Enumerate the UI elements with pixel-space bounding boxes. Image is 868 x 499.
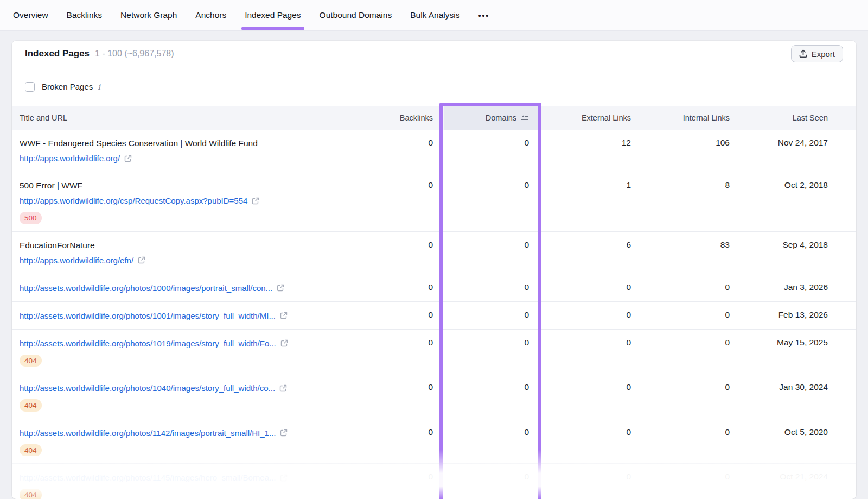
title-url-cell: http://assets.worldwildlife.org/photos/1… xyxy=(12,330,375,374)
domains-value: 0 xyxy=(444,464,538,499)
column-header-domains[interactable]: Domains xyxy=(444,106,538,130)
column-header-domains-label: Domains xyxy=(486,113,516,122)
domains-value: 0 xyxy=(444,302,538,329)
external-links-value: 0 xyxy=(538,374,642,419)
title-url-cell: http://assets.worldwildlife.org/photos/1… xyxy=(12,302,375,329)
external-links-value: 0 xyxy=(538,274,642,301)
internal-links-value: 0 xyxy=(642,464,741,499)
column-header-internal-links[interactable]: Internal Links xyxy=(642,106,741,130)
result-url-link[interactable]: http://assets.worldwildlife.org/photos/1… xyxy=(20,471,276,484)
status-code-badge: 404 xyxy=(20,399,42,412)
last-seen-value: Sep 4, 2018 xyxy=(741,232,856,274)
result-url-link[interactable]: http://assets.worldwildlife.org/photos/1… xyxy=(20,337,276,350)
title-url-cell: WWF - Endangered Species Conservation | … xyxy=(12,130,375,172)
result-url-link[interactable]: http://apps.worldwildlife.org/ xyxy=(20,152,120,165)
table-row: WWF - Endangered Species Conservation | … xyxy=(12,130,856,172)
internal-links-value: 8 xyxy=(642,172,741,231)
tab-indexed-pages[interactable]: Indexed Pages xyxy=(245,0,301,30)
backlinks-value: 0 xyxy=(375,130,444,172)
last-seen-value: Feb 13, 2026 xyxy=(741,302,856,329)
external-link-icon[interactable] xyxy=(280,312,288,319)
column-header-external-links[interactable]: External Links xyxy=(538,106,642,130)
result-range: 1 - 100 (~6,967,578) xyxy=(95,49,174,59)
internal-links-value: 106 xyxy=(642,130,741,172)
table-row: http://assets.worldwildlife.org/photos/1… xyxy=(12,374,856,419)
table-row: EducationForNature http://apps.worldwild… xyxy=(12,232,856,274)
backlinks-value: 0 xyxy=(375,374,444,419)
table-row: http://assets.worldwildlife.org/photos/1… xyxy=(12,274,856,302)
table-body: WWF - Endangered Species Conservation | … xyxy=(12,130,856,499)
status-code-badge: 500 xyxy=(20,212,42,224)
result-url-link[interactable]: http://assets.worldwildlife.org/photos/1… xyxy=(20,427,276,439)
internal-links-value: 0 xyxy=(642,330,741,374)
tab-bulk-analysis[interactable]: Bulk Analysis xyxy=(410,0,459,30)
broken-pages-label: Broken Pages xyxy=(42,82,93,91)
last-seen-value: May 15, 2025 xyxy=(741,330,856,374)
backlinks-value: 0 xyxy=(375,274,444,301)
last-seen-value: Jan 3, 2026 xyxy=(741,274,856,301)
last-seen-value: Oct 5, 2020 xyxy=(741,419,856,464)
last-seen-value: Oct 2, 2018 xyxy=(741,172,856,231)
table-header: Title and URL Backlinks Domains External… xyxy=(12,106,856,130)
result-url-link[interactable]: http://apps.worldwildlife.org/csp/Reques… xyxy=(20,194,247,207)
broken-pages-checkbox[interactable] xyxy=(25,82,35,92)
internal-links-value: 0 xyxy=(642,302,741,329)
internal-links-value: 0 xyxy=(642,274,741,301)
report-tabs-bar: Overview Backlinks Network Graph Anchors… xyxy=(0,0,868,31)
title-url-cell: http://assets.worldwildlife.org/photos/1… xyxy=(12,464,375,499)
external-link-icon[interactable] xyxy=(279,384,287,392)
result-url-link[interactable]: http://assets.worldwildlife.org/photos/1… xyxy=(20,309,276,322)
tab-overview[interactable]: Overview xyxy=(13,0,48,30)
external-link-icon[interactable] xyxy=(277,284,284,292)
external-links-value: 0 xyxy=(538,330,642,374)
table-row: http://assets.worldwildlife.org/photos/1… xyxy=(12,419,856,464)
internal-links-value: 0 xyxy=(642,419,741,464)
table-row: http://assets.worldwildlife.org/photos/1… xyxy=(12,330,856,375)
result-url-link[interactable]: http://apps.worldwildlife.org/efn/ xyxy=(20,254,133,267)
domains-value: 0 xyxy=(444,130,538,172)
tab-network-graph[interactable]: Network Graph xyxy=(120,0,177,30)
result-title: EducationForNature xyxy=(20,239,362,251)
backlinks-value: 0 xyxy=(375,330,444,374)
external-link-icon[interactable] xyxy=(280,474,288,482)
more-tabs-button[interactable]: ••• xyxy=(478,11,489,20)
page-title: Indexed Pages xyxy=(25,48,90,59)
table-row: 500 Error | WWF http://apps.worldwildlif… xyxy=(12,172,856,232)
external-link-icon[interactable] xyxy=(124,155,132,162)
tab-anchors[interactable]: Anchors xyxy=(195,0,226,30)
export-icon xyxy=(799,49,807,58)
result-title: WWF - Endangered Species Conservation | … xyxy=(20,137,362,149)
column-header-title-url[interactable]: Title and URL xyxy=(12,106,375,130)
domains-value: 0 xyxy=(444,172,538,231)
column-header-backlinks[interactable]: Backlinks xyxy=(375,106,444,130)
info-icon[interactable]: i xyxy=(98,82,100,92)
table-row: http://assets.worldwildlife.org/photos/1… xyxy=(12,464,856,499)
last-seen-value: Nov 24, 2017 xyxy=(741,130,856,172)
title-url-cell: http://assets.worldwildlife.org/photos/1… xyxy=(12,374,375,419)
title-url-cell: EducationForNature http://apps.worldwild… xyxy=(12,232,375,274)
backlinks-value: 0 xyxy=(375,302,444,329)
export-button[interactable]: Export xyxy=(791,45,843,62)
table-row: http://assets.worldwildlife.org/photos/1… xyxy=(12,302,856,330)
domains-value: 0 xyxy=(444,374,538,419)
tab-backlinks[interactable]: Backlinks xyxy=(67,0,102,30)
column-header-last-seen[interactable]: Last Seen xyxy=(741,106,856,130)
result-url-link[interactable]: http://assets.worldwildlife.org/photos/1… xyxy=(20,382,275,394)
title-url-cell: http://assets.worldwildlife.org/photos/1… xyxy=(12,419,375,464)
internal-links-value: 0 xyxy=(642,374,741,419)
title-url-cell: http://assets.worldwildlife.org/photos/1… xyxy=(12,274,375,301)
card-header: Indexed Pages 1 - 100 (~6,967,578) Expor… xyxy=(12,41,856,67)
external-links-value: 0 xyxy=(538,419,642,464)
last-seen-value: Oct 21, 2024 xyxy=(741,464,856,499)
external-link-icon[interactable] xyxy=(138,256,145,264)
external-links-value: 0 xyxy=(538,464,642,499)
external-link-icon[interactable] xyxy=(252,197,259,205)
external-link-icon[interactable] xyxy=(280,339,288,347)
external-links-value: 1 xyxy=(538,172,642,231)
tab-outbound-domains[interactable]: Outbound Domains xyxy=(320,0,392,30)
result-url-link[interactable]: http://assets.worldwildlife.org/photos/1… xyxy=(20,282,272,294)
external-link-icon[interactable] xyxy=(280,429,288,437)
domains-value: 0 xyxy=(444,274,538,301)
status-code-badge: 404 xyxy=(20,444,42,457)
last-seen-value: Jan 30, 2024 xyxy=(741,374,856,419)
